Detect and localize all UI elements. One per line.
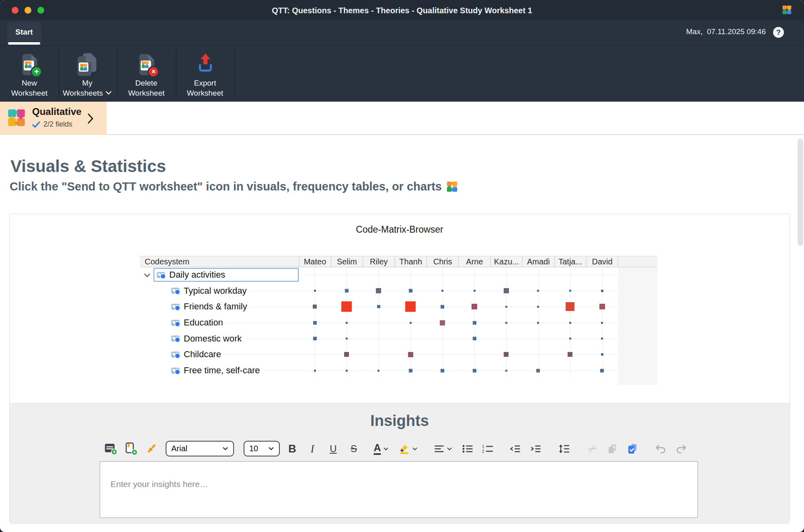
font-size-select[interactable]: 10 [244, 441, 280, 456]
matrix-row-typical-workday[interactable]: Typical workday [140, 284, 251, 298]
matrix-row-label: Education [184, 317, 223, 328]
highlight-button[interactable] [396, 442, 419, 456]
matrix-row-friends-family[interactable]: Friends & family [140, 300, 251, 313]
underline-button[interactable]: U [328, 442, 338, 456]
matrix-cell-typical-workday-kazu[interactable] [504, 288, 509, 293]
matrix-cell-childcare-tatja[interactable] [568, 352, 572, 357]
matrix-col-riley[interactable]: Riley [363, 256, 394, 267]
chevron-down-icon[interactable] [144, 272, 150, 279]
line-spacing-button[interactable] [557, 442, 572, 455]
strikethrough-button[interactable]: S [349, 442, 359, 456]
matrix-row-childcare[interactable]: Childcare [140, 348, 225, 361]
matrix-cell-domestic-work-selim[interactable] [346, 338, 348, 340]
matrix-cell-typical-workday-david[interactable] [601, 290, 603, 292]
matrix-cell-free-time-self-care-mateo[interactable] [314, 370, 316, 372]
matrix-cell-friends-family-kazu[interactable] [505, 306, 507, 308]
matrix-cell-free-time-self-care-thanh[interactable] [409, 369, 412, 372]
insert-page-button[interactable] [123, 441, 140, 457]
insights-input[interactable] [100, 461, 698, 518]
italic-button[interactable]: I [309, 441, 316, 457]
matrix-col-kazu[interactable]: Kazu... [490, 256, 522, 267]
matrix-cell-friends-family-tatja[interactable] [566, 302, 574, 311]
matrix-cell-domestic-work-tatja[interactable] [569, 338, 571, 340]
align-button[interactable] [433, 443, 454, 455]
matrix-cell-childcare-kazu[interactable] [504, 352, 509, 357]
my-worksheets-button[interactable]: My Worksheets [60, 49, 114, 100]
matrix-cell-free-time-self-care-chris[interactable] [441, 369, 444, 372]
bullet-list-button[interactable] [461, 443, 475, 455]
button-label: My [60, 78, 114, 88]
format-painter-button[interactable] [144, 442, 159, 456]
matrix-cell-typical-workday-arne[interactable] [474, 290, 476, 292]
matrix-cell-domestic-work-mateo[interactable] [313, 337, 317, 340]
matrix-cell-education-tatja[interactable] [569, 322, 571, 324]
matrix-cell-friends-family-amadi[interactable] [537, 306, 539, 308]
matrix-row-domestic-work[interactable]: Domestic work [140, 332, 246, 346]
matrix-col-chris[interactable]: Chris [427, 256, 458, 267]
outdent-button[interactable] [509, 443, 523, 455]
matrix-cell-friends-family-arne[interactable] [472, 304, 477, 309]
insert-qtt-table-button[interactable] [103, 441, 119, 457]
bold-button[interactable]: B [287, 441, 298, 457]
matrix-cell-typical-workday-mateo[interactable] [314, 290, 316, 292]
qualitative-puzzle-icon [8, 109, 25, 127]
matrix-col-thanh[interactable]: Thanh [395, 256, 427, 267]
help-button[interactable]: ? [773, 27, 784, 38]
matrix-cell-education-chris[interactable] [440, 320, 445, 325]
matrix-cell-typical-workday-thanh[interactable] [409, 289, 412, 293]
paste-button[interactable] [625, 442, 640, 456]
matrix-cell-free-time-self-care-selim[interactable] [346, 370, 348, 372]
matrix-col-mateo[interactable]: Mateo [299, 256, 330, 267]
vertical-scrollbar-thumb[interactable] [798, 139, 803, 246]
matrix-cell-friends-family-riley[interactable] [377, 305, 380, 308]
matrix-cell-education-arne[interactable] [473, 321, 476, 325]
matrix-col-tatja[interactable]: Tatja... [554, 256, 586, 267]
numbered-list-button[interactable]: 12 [480, 443, 495, 455]
matrix-cell-typical-workday-riley[interactable] [376, 288, 381, 293]
matrix-cell-domestic-work-david[interactable] [601, 338, 603, 340]
matrix-cell-education-david[interactable] [601, 322, 603, 324]
matrix-cell-friends-family-thanh[interactable] [405, 301, 416, 312]
matrix-cell-childcare-david[interactable] [601, 353, 603, 356]
qualitative-worksheet-badge[interactable]: Qualitative 2/2 fields [0, 102, 107, 135]
matrix-cell-education-selim[interactable] [346, 322, 348, 324]
matrix-cell-friends-family-selim[interactable] [341, 301, 352, 312]
paste-icon [627, 443, 638, 454]
matrix-col-david[interactable]: David [586, 256, 618, 267]
delete-worksheet-button[interactable]: Delete Worksheet [121, 49, 171, 100]
matrix-cell-free-time-self-care-amadi[interactable] [536, 369, 540, 372]
matrix-cell-friends-family-mateo[interactable] [313, 305, 317, 309]
matrix-col-amadi[interactable]: Amadi [522, 256, 554, 267]
indent-button[interactable] [529, 443, 543, 455]
matrix-cell-education-mateo[interactable] [313, 321, 317, 325]
matrix-cell-education-thanh[interactable] [410, 322, 412, 324]
matrix-cell-free-time-self-care-david[interactable] [600, 369, 604, 372]
matrix-cell-childcare-thanh[interactable] [408, 352, 413, 357]
chevron-right-icon[interactable] [88, 113, 94, 124]
matrix-cell-typical-workday-chris[interactable] [441, 290, 443, 292]
matrix-cell-childcare-selim[interactable] [344, 352, 349, 357]
matrix-cell-typical-workday-tatja[interactable] [569, 290, 571, 292]
font-color-button[interactable]: A [372, 441, 390, 456]
matrix-cell-free-time-self-care-arne[interactable] [473, 369, 476, 372]
matrix-cell-education-kazu[interactable] [505, 322, 507, 324]
indent-icon [531, 444, 541, 453]
matrix-row-education[interactable]: Education [140, 316, 227, 329]
matrix-cell-typical-workday-selim[interactable] [345, 289, 349, 293]
tab-start[interactable]: Start [7, 20, 41, 43]
matrix-cell-free-time-self-care-kazu[interactable] [505, 370, 507, 372]
matrix-cell-typical-workday-amadi[interactable] [537, 290, 539, 292]
delete-badge-icon [148, 66, 159, 78]
font-family-select[interactable]: Arial [166, 441, 234, 456]
new-worksheet-button[interactable]: New Worksheet [7, 49, 52, 100]
matrix-row-free-time-self-care[interactable]: Free time, self-care [140, 364, 264, 377]
matrix-col-arne[interactable]: Arne [458, 256, 490, 267]
export-worksheet-button[interactable]: Export Worksheet [180, 49, 230, 100]
matrix-cell-friends-family-david[interactable] [599, 304, 605, 309]
window-title: QTT: Questions - Themes - Theories - Qua… [0, 0, 804, 20]
matrix-cell-friends-family-chris[interactable] [441, 305, 444, 309]
matrix-cell-domestic-work-arne[interactable] [473, 337, 476, 340]
matrix-cell-education-amadi[interactable] [537, 322, 539, 324]
matrix-col-selim[interactable]: Selim [331, 256, 363, 267]
matrix-cell-free-time-self-care-riley[interactable] [377, 370, 379, 372]
